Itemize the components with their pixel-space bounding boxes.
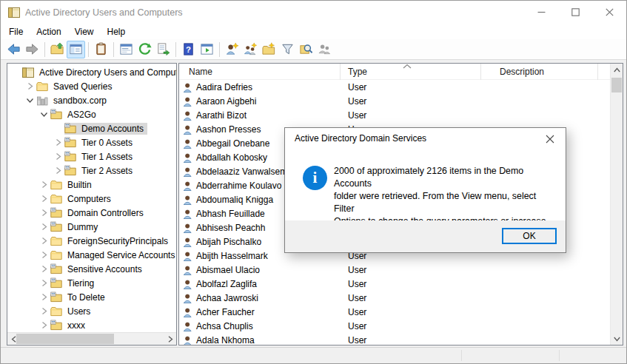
chevron-right-icon[interactable]	[53, 137, 64, 148]
list-item[interactable]: Abolfazl ZaglifaUser	[179, 277, 610, 291]
chevron-right-icon[interactable]	[38, 235, 50, 246]
list-item-name: Abbegail Onebane	[196, 138, 269, 149]
people-button[interactable]	[315, 41, 334, 58]
dialog-close-button[interactable]	[542, 132, 558, 146]
new-user-button[interactable]	[223, 41, 241, 58]
back-button[interactable]	[4, 41, 23, 58]
scroll-right-arrow-icon[interactable]	[164, 333, 176, 345]
list-item[interactable]: Achsa ChuplisUser	[179, 320, 610, 334]
chevron-right-icon[interactable]	[53, 151, 64, 162]
tree-item-saved-queries[interactable]: Saved Queries	[7, 79, 176, 93]
list-item[interactable]: Adala NkhomaUser	[179, 334, 610, 345]
show-window-button[interactable]	[198, 41, 216, 58]
tree-item-managed-service-accounts[interactable]: Managed Service Accounts	[7, 248, 176, 262]
show-console-tree-button[interactable]	[67, 41, 85, 58]
export-list-button[interactable]	[154, 41, 172, 58]
list-item[interactable]: Acher FaucherUser	[179, 306, 610, 320]
tree-horizontal-scrollbar[interactable]	[7, 332, 176, 345]
tree-item-to-delete[interactable]: To Delete	[7, 290, 176, 304]
properties-button[interactable]	[117, 41, 135, 58]
tree-item-active-directory-users-and-computers-n[interactable]: Active Directory Users and Computers [N	[7, 65, 176, 79]
svg-text:?: ?	[186, 45, 191, 54]
tree-item-content: ForeignSecurityPrincipals	[50, 235, 172, 247]
tree-item-content: Domain Controllers	[50, 207, 147, 219]
list-item[interactable]: Achaa JawroskiUser	[179, 291, 610, 306]
chevron-right-icon[interactable]	[38, 306, 50, 317]
ok-button[interactable]: OK	[502, 228, 557, 244]
help-button[interactable]: ?	[179, 41, 198, 58]
ou-icon	[50, 320, 62, 331]
column-header-description[interactable]: Description	[481, 64, 598, 80]
menu-view[interactable]: View	[68, 25, 101, 38]
filter-button[interactable]	[278, 41, 297, 58]
chevron-right-icon[interactable]	[53, 165, 64, 176]
ou-icon	[64, 123, 76, 135]
tree-item-label: Dummy	[65, 221, 100, 233]
chevron-right-icon[interactable]	[38, 291, 50, 303]
dialog-message-line: 2000 of approximately 2126 items in the …	[334, 165, 558, 190]
minimize-button[interactable]	[524, 1, 558, 23]
scroll-up-arrow-icon[interactable]	[611, 64, 623, 76]
tree-item-label: Managed Service Accounts	[65, 249, 176, 261]
tree-item-sensitive-accounts[interactable]: Sensitive Accounts	[7, 262, 176, 276]
list-scrollbar-thumb[interactable]	[611, 78, 622, 92]
dialog-button-strip: OK	[285, 220, 566, 252]
list-item-name: Abismael Ulacio	[196, 265, 260, 275]
up-one-level-button[interactable]	[48, 41, 67, 58]
tree-item-label: Tier 1 Assets	[79, 151, 135, 163]
close-button[interactable]	[592, 1, 626, 23]
tree-item-tiering[interactable]: Tiering	[7, 276, 176, 290]
chevron-right-icon[interactable]	[24, 81, 36, 92]
user-icon	[183, 96, 194, 107]
menu-file[interactable]: File	[2, 25, 30, 38]
ou-icon	[50, 109, 62, 121]
tree-item-sandbox-corp[interactable]: sandbox.corp	[7, 93, 176, 107]
tree-item-tier-2-assets[interactable]: Tier 2 Assets	[7, 164, 176, 178]
chevron-right-icon[interactable]	[38, 207, 50, 218]
chevron-right-icon[interactable]	[38, 263, 50, 274]
list-item[interactable]: Aadira DefriesUser	[179, 81, 610, 95]
ou-icon	[50, 221, 62, 233]
chevron-right-icon[interactable]	[38, 193, 50, 204]
list-vertical-scrollbar[interactable]	[610, 64, 623, 345]
tree-item-label: Active Directory Users and Computers [N	[37, 67, 176, 78]
chevron-right-icon[interactable]	[38, 320, 50, 331]
column-header-name[interactable]: Name	[179, 64, 341, 80]
tree-item-tier-0-assets[interactable]: Tier 0 Assets	[7, 135, 176, 149]
tree-item-tier-1-assets[interactable]: Tier 1 Assets	[7, 149, 176, 164]
maximize-button[interactable]	[558, 1, 592, 23]
chevron-right-icon[interactable]	[38, 221, 50, 232]
tree-item-content: sandbox.corp	[36, 95, 110, 107]
new-ou-button[interactable]	[260, 41, 278, 58]
menu-action[interactable]: Action	[30, 25, 67, 38]
status-bar	[1, 347, 626, 363]
tree-item-users[interactable]: Users	[7, 304, 176, 318]
menu-help[interactable]: Help	[101, 25, 133, 38]
tree-scrollbar-thumb[interactable]	[16, 334, 114, 344]
list-item[interactable]: Abismael UlacioUser	[179, 263, 610, 277]
tree-item-dummy[interactable]: Dummy	[7, 220, 176, 234]
forward-button[interactable]	[23, 41, 41, 58]
tree-item-demo-accounts[interactable]: Demo Accounts	[7, 121, 176, 135]
tree-item-xxxx[interactable]: xxxx	[7, 318, 176, 332]
chevron-right-icon[interactable]	[38, 179, 50, 190]
back-arrow-icon	[7, 42, 21, 56]
chevron-down-icon[interactable]	[38, 109, 50, 120]
chevron-right-icon[interactable]	[38, 277, 50, 289]
refresh-button[interactable]	[135, 41, 154, 58]
scroll-down-arrow-icon[interactable]	[611, 332, 623, 345]
clipboard-button[interactable]	[92, 41, 110, 58]
chevron-right-icon[interactable]	[38, 249, 50, 260]
list-item[interactable]: Aarathi BizotUser	[179, 109, 610, 123]
tree-item-computers[interactable]: Computers	[7, 192, 176, 206]
dialog-title-bar: Active Directory Domain Services	[285, 128, 566, 149]
list-item[interactable]: Aaraon AigbehiUser	[179, 95, 610, 109]
find-button[interactable]	[297, 41, 315, 58]
tree-item-foreignsecurityprincipals[interactable]: ForeignSecurityPrincipals	[7, 234, 176, 248]
tree-item-domain-controllers[interactable]: Domain Controllers	[7, 206, 176, 220]
tree-item-builtin[interactable]: Builtin	[7, 178, 176, 192]
tree-item-as2go[interactable]: AS2Go	[7, 107, 176, 121]
tree-item-content: Active Directory Users and Computers [N	[22, 67, 176, 78]
chevron-down-icon[interactable]	[24, 95, 36, 106]
new-group-button[interactable]	[241, 41, 260, 58]
